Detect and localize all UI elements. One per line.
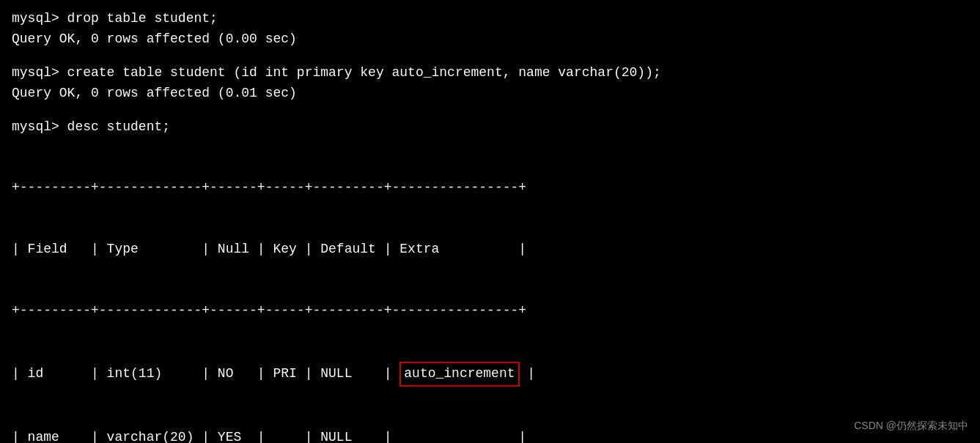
table-sep-header: +---------+-------------+------+-----+--… — [12, 301, 968, 321]
table-row-name: | name | varchar(20) | YES | | NULL | | — [12, 428, 968, 443]
table-header-row: | Field | Type | Null | Key | Default | … — [12, 239, 968, 260]
cmd-drop-table: mysql> drop table student; — [12, 9, 968, 29]
spacer-2 — [12, 104, 968, 117]
terminal: mysql> drop table student; Query OK, 0 r… — [0, 0, 980, 443]
auto-increment-cell: auto_increment — [399, 362, 519, 387]
result-create-table: Query OK, 0 rows affected (0.01 sec) — [12, 83, 968, 104]
result-drop-table: Query OK, 0 rows affected (0.00 sec) — [12, 29, 968, 50]
cmd-desc: mysql> desc student; — [12, 117, 968, 138]
cmd-create-table: mysql> create table student (id int prim… — [12, 63, 968, 83]
spacer-1 — [12, 50, 968, 63]
desc-table: +---------+-------------+------+-----+--… — [12, 137, 968, 443]
table-row-id: | id | int(11) | NO | PRI | NULL | auto_… — [12, 362, 968, 387]
watermark: CSDN @仍然探索未知中 — [854, 420, 968, 433]
table-sep-top: +---------+-------------+------+-----+--… — [12, 178, 968, 198]
